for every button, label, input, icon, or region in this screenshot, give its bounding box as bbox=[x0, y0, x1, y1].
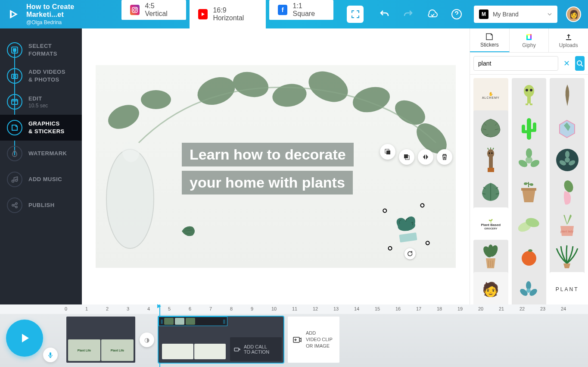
sticker-leaves[interactable] bbox=[512, 207, 547, 242]
search-button[interactable] bbox=[575, 56, 585, 71]
sticker-monstera-leaf[interactable] bbox=[473, 110, 508, 145]
music-icon bbox=[7, 172, 22, 187]
brand-selector[interactable]: M My Brand bbox=[474, 6, 557, 23]
sticker-monstera2[interactable] bbox=[473, 175, 508, 210]
step-graphics-stickers[interactable]: GRAPHICS & STICKERS bbox=[0, 115, 82, 141]
sticker-search-input[interactable] bbox=[473, 56, 558, 71]
svg-rect-69 bbox=[521, 188, 536, 191]
ruler-tick: 14 bbox=[354, 306, 359, 311]
step-edit[interactable]: EDIT 10.5 sec bbox=[0, 89, 82, 115]
ruler-tick: 13 bbox=[333, 306, 339, 311]
svg-rect-51 bbox=[488, 168, 494, 172]
sticker-succulent-dark[interactable] bbox=[550, 143, 585, 178]
sticker-succulent-blue[interactable] bbox=[512, 272, 547, 304]
timeline-ruler[interactable]: 0123456789101112131415161718192021222324 bbox=[0, 304, 588, 314]
canvas-area[interactable]: Learn how to decorate your home with pla… bbox=[82, 28, 470, 304]
sticker-plant-based[interactable]: 🌱Plant BasedGROCERY bbox=[473, 207, 508, 242]
voiceover-button[interactable] bbox=[43, 348, 58, 362]
sticker-cactus[interactable] bbox=[512, 110, 547, 145]
flip-button[interactable] bbox=[418, 149, 433, 165]
text-line-1[interactable]: Learn how to decorate bbox=[182, 143, 354, 166]
text-overlay[interactable]: Learn how to decorate your home with pla… bbox=[182, 143, 354, 199]
sticker-plant-text[interactable]: PLANT bbox=[550, 272, 585, 304]
svg-point-77 bbox=[522, 251, 536, 266]
svg-point-24 bbox=[141, 90, 171, 109]
brand-label: My Brand bbox=[493, 11, 543, 18]
sticker-person[interactable]: 🧑 bbox=[473, 272, 508, 304]
step-add-music[interactable]: ADD MUSIC bbox=[0, 166, 82, 192]
svg-rect-34 bbox=[530, 34, 532, 35]
ruler-tick: 16 bbox=[395, 306, 401, 311]
sticker-potted[interactable] bbox=[473, 240, 508, 275]
play-button[interactable] bbox=[6, 320, 43, 357]
format-tab-vertical[interactable]: 4:5 Vertical bbox=[121, 0, 186, 20]
sidebar: SELECT FORMATS ADD VIDEOS & PHOTOS EDIT … bbox=[0, 28, 82, 304]
project-title[interactable]: How to Create Marketi...et bbox=[26, 3, 111, 19]
app-logo[interactable] bbox=[7, 8, 19, 21]
svg-point-23 bbox=[104, 100, 143, 133]
send-back-button[interactable] bbox=[399, 149, 414, 165]
svg-point-17 bbox=[230, 68, 271, 101]
sticker-spider-plant[interactable] bbox=[550, 240, 585, 275]
video-preview[interactable]: Learn how to decorate your home with pla… bbox=[96, 65, 456, 268]
svg-point-16 bbox=[193, 72, 239, 110]
format-tab-square[interactable]: f 1:1 Square bbox=[269, 0, 333, 20]
sticker-crystal-box[interactable] bbox=[550, 110, 585, 145]
text-line-2[interactable]: your home with plants bbox=[182, 171, 353, 194]
svg-point-78 bbox=[528, 249, 532, 252]
sticker-orange[interactable] bbox=[512, 240, 547, 275]
format-tabs: 4:5 Vertical 16:9 Horizontal f 1:1 Squar… bbox=[121, 0, 333, 28]
step-add-videos[interactable]: ADD VIDEOS & PHOTOS bbox=[0, 63, 82, 89]
cta-label: ADD CALL TO ACTION bbox=[244, 344, 269, 354]
delete-button[interactable] bbox=[437, 149, 452, 165]
sticker-feather[interactable] bbox=[550, 78, 585, 113]
tab-label: Giphy bbox=[522, 42, 535, 48]
tab-uploads[interactable]: Uploads bbox=[549, 28, 588, 52]
clear-search-button[interactable]: ✕ bbox=[561, 56, 572, 71]
sticker-hand-leaf[interactable] bbox=[550, 175, 585, 210]
add-clip-button[interactable]: ADD VIDEO CLIP OR IMAGE bbox=[288, 317, 339, 363]
watermark-icon bbox=[7, 146, 22, 161]
redo-button[interactable] bbox=[400, 6, 417, 23]
tab-giphy[interactable]: Giphy bbox=[510, 28, 549, 52]
svg-rect-41 bbox=[530, 104, 532, 105]
timeline-clips: Plant Life Plant Life ◑ 3 sec ✕ || || bbox=[66, 317, 584, 363]
add-cta-button[interactable]: ADD CALL TO ACTION bbox=[230, 337, 282, 361]
sticker-alien[interactable] bbox=[512, 78, 547, 113]
step-select-formats[interactable]: SELECT FORMATS bbox=[0, 37, 82, 63]
svg-rect-29 bbox=[404, 154, 408, 158]
step-label: EDIT bbox=[28, 95, 48, 103]
cta-icon bbox=[233, 345, 241, 353]
youtube-icon bbox=[198, 9, 208, 19]
fullscreen-button[interactable] bbox=[347, 6, 364, 23]
selected-sticker[interactable] bbox=[384, 205, 428, 249]
svg-point-14 bbox=[106, 149, 154, 248]
step-publish[interactable]: PUBLISH bbox=[0, 192, 82, 218]
sticker-pot-sprout[interactable] bbox=[512, 175, 547, 210]
sticker-groot[interactable] bbox=[473, 143, 508, 178]
tab-stickers[interactable]: Stickers bbox=[470, 28, 510, 52]
cloud-save-button[interactable] bbox=[424, 6, 441, 23]
sticker-succulent-top[interactable] bbox=[512, 143, 547, 178]
svg-point-35 bbox=[577, 61, 582, 65]
sticker-plant-lady[interactable]: plant lady bbox=[550, 207, 585, 242]
clip-thumb: Plant Life bbox=[101, 339, 134, 361]
overlay-track[interactable]: || || bbox=[159, 317, 227, 326]
clip-1[interactable]: Plant Life Plant Life bbox=[66, 317, 135, 363]
sticker-alchemy[interactable]: ✋ALCHEMY bbox=[473, 78, 508, 113]
undo-button[interactable] bbox=[376, 6, 393, 23]
sticker-grid[interactable]: ✋ALCHEMY 🌱Plant BasedGROCERY plant lady … bbox=[470, 75, 588, 304]
format-tab-horizontal[interactable]: 16:9 Horizontal bbox=[190, 0, 266, 28]
step-watermark[interactable]: WATERMARK bbox=[0, 141, 82, 166]
clip-thumb bbox=[194, 344, 226, 359]
transition-button[interactable]: ◑ bbox=[140, 332, 154, 347]
svg-rect-5 bbox=[13, 48, 16, 52]
help-button[interactable] bbox=[448, 6, 465, 23]
user-avatar[interactable]: 👩 bbox=[566, 6, 581, 22]
ruler-tick: 9 bbox=[251, 306, 253, 311]
bring-front-button[interactable] bbox=[380, 144, 395, 160]
svg-text:plant lady: plant lady bbox=[560, 230, 573, 233]
sticker-tab-icon bbox=[485, 32, 494, 41]
clip-2[interactable]: 3 sec ✕ || || ADD CALL TO ACTION bbox=[159, 317, 283, 363]
ruler-tick: 1 bbox=[85, 306, 88, 311]
